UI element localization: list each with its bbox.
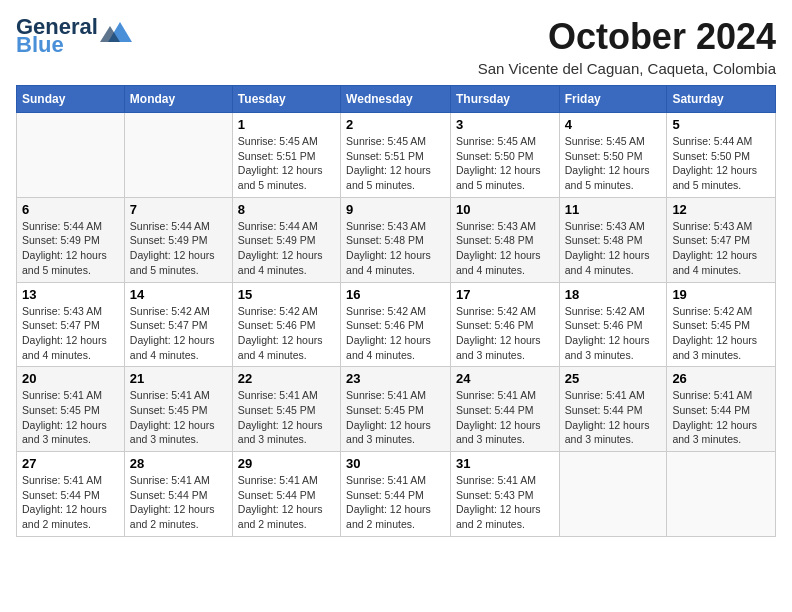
weekday-header-sunday: Sunday <box>17 86 125 113</box>
day-info: Sunrise: 5:43 AM Sunset: 5:48 PM Dayligh… <box>565 219 662 278</box>
day-number: 27 <box>22 456 119 471</box>
day-info: Sunrise: 5:45 AM Sunset: 5:50 PM Dayligh… <box>456 134 554 193</box>
day-info: Sunrise: 5:41 AM Sunset: 5:44 PM Dayligh… <box>238 473 335 532</box>
day-cell: 13Sunrise: 5:43 AM Sunset: 5:47 PM Dayli… <box>17 282 125 367</box>
day-info: Sunrise: 5:42 AM Sunset: 5:45 PM Dayligh… <box>672 304 770 363</box>
day-info: Sunrise: 5:41 AM Sunset: 5:45 PM Dayligh… <box>346 388 445 447</box>
day-cell: 20Sunrise: 5:41 AM Sunset: 5:45 PM Dayli… <box>17 367 125 452</box>
location-subtitle: San Vicente del Caguan, Caqueta, Colombi… <box>478 60 776 77</box>
day-cell <box>667 452 776 537</box>
day-info: Sunrise: 5:43 AM Sunset: 5:48 PM Dayligh… <box>346 219 445 278</box>
day-info: Sunrise: 5:44 AM Sunset: 5:49 PM Dayligh… <box>238 219 335 278</box>
day-number: 12 <box>672 202 770 217</box>
day-number: 17 <box>456 287 554 302</box>
weekday-header-saturday: Saturday <box>667 86 776 113</box>
page-header: General Blue October 2024 San Vicente de… <box>16 16 776 77</box>
day-number: 5 <box>672 117 770 132</box>
weekday-header-thursday: Thursday <box>450 86 559 113</box>
day-number: 21 <box>130 371 227 386</box>
day-number: 4 <box>565 117 662 132</box>
day-info: Sunrise: 5:45 AM Sunset: 5:50 PM Dayligh… <box>565 134 662 193</box>
day-info: Sunrise: 5:42 AM Sunset: 5:46 PM Dayligh… <box>456 304 554 363</box>
logo-icon <box>100 18 132 46</box>
day-info: Sunrise: 5:45 AM Sunset: 5:51 PM Dayligh… <box>346 134 445 193</box>
day-cell: 8Sunrise: 5:44 AM Sunset: 5:49 PM Daylig… <box>232 197 340 282</box>
day-cell: 21Sunrise: 5:41 AM Sunset: 5:45 PM Dayli… <box>124 367 232 452</box>
week-row-3: 13Sunrise: 5:43 AM Sunset: 5:47 PM Dayli… <box>17 282 776 367</box>
day-number: 15 <box>238 287 335 302</box>
day-number: 13 <box>22 287 119 302</box>
day-cell: 11Sunrise: 5:43 AM Sunset: 5:48 PM Dayli… <box>559 197 667 282</box>
day-cell: 18Sunrise: 5:42 AM Sunset: 5:46 PM Dayli… <box>559 282 667 367</box>
day-cell: 26Sunrise: 5:41 AM Sunset: 5:44 PM Dayli… <box>667 367 776 452</box>
day-number: 2 <box>346 117 445 132</box>
day-number: 22 <box>238 371 335 386</box>
day-number: 6 <box>22 202 119 217</box>
day-number: 19 <box>672 287 770 302</box>
day-info: Sunrise: 5:44 AM Sunset: 5:50 PM Dayligh… <box>672 134 770 193</box>
logo-text-line2: Blue <box>16 34 98 56</box>
day-cell: 27Sunrise: 5:41 AM Sunset: 5:44 PM Dayli… <box>17 452 125 537</box>
day-info: Sunrise: 5:41 AM Sunset: 5:43 PM Dayligh… <box>456 473 554 532</box>
week-row-1: 1Sunrise: 5:45 AM Sunset: 5:51 PM Daylig… <box>17 113 776 198</box>
day-info: Sunrise: 5:43 AM Sunset: 5:47 PM Dayligh… <box>22 304 119 363</box>
day-info: Sunrise: 5:43 AM Sunset: 5:48 PM Dayligh… <box>456 219 554 278</box>
day-number: 30 <box>346 456 445 471</box>
day-info: Sunrise: 5:41 AM Sunset: 5:44 PM Dayligh… <box>672 388 770 447</box>
day-cell: 22Sunrise: 5:41 AM Sunset: 5:45 PM Dayli… <box>232 367 340 452</box>
day-number: 16 <box>346 287 445 302</box>
day-cell: 17Sunrise: 5:42 AM Sunset: 5:46 PM Dayli… <box>450 282 559 367</box>
day-number: 11 <box>565 202 662 217</box>
day-number: 26 <box>672 371 770 386</box>
day-number: 24 <box>456 371 554 386</box>
weekday-header-row: SundayMondayTuesdayWednesdayThursdayFrid… <box>17 86 776 113</box>
day-cell <box>17 113 125 198</box>
day-cell: 2Sunrise: 5:45 AM Sunset: 5:51 PM Daylig… <box>341 113 451 198</box>
day-cell: 24Sunrise: 5:41 AM Sunset: 5:44 PM Dayli… <box>450 367 559 452</box>
day-cell: 15Sunrise: 5:42 AM Sunset: 5:46 PM Dayli… <box>232 282 340 367</box>
day-cell <box>559 452 667 537</box>
day-info: Sunrise: 5:43 AM Sunset: 5:47 PM Dayligh… <box>672 219 770 278</box>
day-number: 8 <box>238 202 335 217</box>
day-number: 31 <box>456 456 554 471</box>
day-info: Sunrise: 5:41 AM Sunset: 5:45 PM Dayligh… <box>22 388 119 447</box>
day-cell: 25Sunrise: 5:41 AM Sunset: 5:44 PM Dayli… <box>559 367 667 452</box>
day-info: Sunrise: 5:41 AM Sunset: 5:44 PM Dayligh… <box>346 473 445 532</box>
logo: General Blue <box>16 16 132 56</box>
day-info: Sunrise: 5:41 AM Sunset: 5:44 PM Dayligh… <box>130 473 227 532</box>
week-row-5: 27Sunrise: 5:41 AM Sunset: 5:44 PM Dayli… <box>17 452 776 537</box>
day-number: 25 <box>565 371 662 386</box>
day-info: Sunrise: 5:41 AM Sunset: 5:44 PM Dayligh… <box>565 388 662 447</box>
weekday-header-wednesday: Wednesday <box>341 86 451 113</box>
day-number: 18 <box>565 287 662 302</box>
day-number: 28 <box>130 456 227 471</box>
day-info: Sunrise: 5:42 AM Sunset: 5:46 PM Dayligh… <box>238 304 335 363</box>
weekday-header-tuesday: Tuesday <box>232 86 340 113</box>
day-cell: 3Sunrise: 5:45 AM Sunset: 5:50 PM Daylig… <box>450 113 559 198</box>
day-number: 29 <box>238 456 335 471</box>
calendar-table: SundayMondayTuesdayWednesdayThursdayFrid… <box>16 85 776 537</box>
day-info: Sunrise: 5:45 AM Sunset: 5:51 PM Dayligh… <box>238 134 335 193</box>
day-info: Sunrise: 5:42 AM Sunset: 5:47 PM Dayligh… <box>130 304 227 363</box>
weekday-header-friday: Friday <box>559 86 667 113</box>
day-number: 10 <box>456 202 554 217</box>
day-number: 1 <box>238 117 335 132</box>
day-cell: 7Sunrise: 5:44 AM Sunset: 5:49 PM Daylig… <box>124 197 232 282</box>
day-info: Sunrise: 5:41 AM Sunset: 5:44 PM Dayligh… <box>22 473 119 532</box>
day-info: Sunrise: 5:42 AM Sunset: 5:46 PM Dayligh… <box>565 304 662 363</box>
month-title: October 2024 <box>478 16 776 58</box>
day-cell: 30Sunrise: 5:41 AM Sunset: 5:44 PM Dayli… <box>341 452 451 537</box>
day-number: 3 <box>456 117 554 132</box>
day-info: Sunrise: 5:44 AM Sunset: 5:49 PM Dayligh… <box>22 219 119 278</box>
day-number: 9 <box>346 202 445 217</box>
weekday-header-monday: Monday <box>124 86 232 113</box>
day-cell: 5Sunrise: 5:44 AM Sunset: 5:50 PM Daylig… <box>667 113 776 198</box>
day-number: 14 <box>130 287 227 302</box>
day-cell: 19Sunrise: 5:42 AM Sunset: 5:45 PM Dayli… <box>667 282 776 367</box>
day-cell: 16Sunrise: 5:42 AM Sunset: 5:46 PM Dayli… <box>341 282 451 367</box>
day-cell: 4Sunrise: 5:45 AM Sunset: 5:50 PM Daylig… <box>559 113 667 198</box>
day-cell: 6Sunrise: 5:44 AM Sunset: 5:49 PM Daylig… <box>17 197 125 282</box>
day-cell: 1Sunrise: 5:45 AM Sunset: 5:51 PM Daylig… <box>232 113 340 198</box>
day-cell: 31Sunrise: 5:41 AM Sunset: 5:43 PM Dayli… <box>450 452 559 537</box>
title-area: October 2024 San Vicente del Caguan, Caq… <box>478 16 776 77</box>
